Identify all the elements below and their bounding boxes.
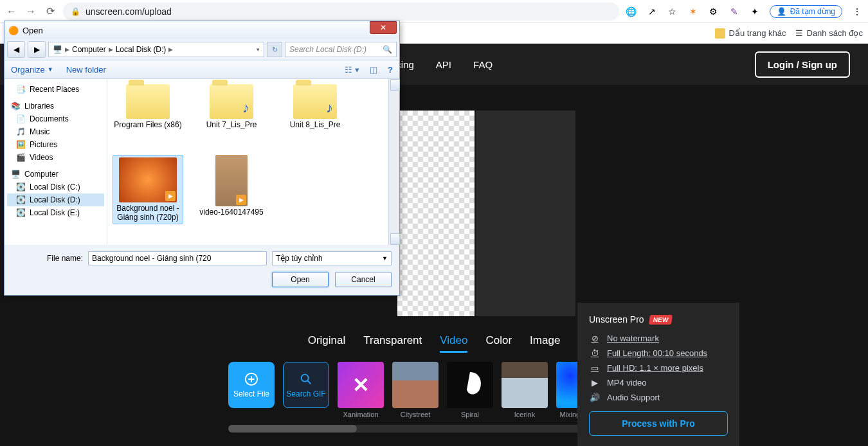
side-recent[interactable]: 📑Recent Places	[7, 83, 104, 96]
organize-menu[interactable]: Organize ▼	[11, 65, 53, 75]
side-drive-c[interactable]: 💽Local Disk (C:)	[7, 181, 104, 193]
tab-video[interactable]: Video	[440, 334, 467, 353]
select-file-button[interactable]: Select File	[228, 362, 275, 408]
other-bookmarks[interactable]: Dấu trang khác	[715, 28, 786, 39]
file-unit8[interactable]: Unit 8_Lis_Pre	[280, 84, 350, 129]
dialog-footer: File name: Tệp tùy chỉnh▼ Open Cancel	[5, 245, 399, 295]
forward-button[interactable]: →	[24, 5, 37, 18]
hd-icon: ▭	[589, 363, 601, 373]
translate-icon[interactable]: 🌐	[626, 6, 637, 17]
tab-transparent[interactable]: Transparent	[363, 334, 422, 353]
ext-icon-3[interactable]: ✎	[728, 6, 740, 17]
computer-icon: 🖥️	[53, 45, 62, 54]
file-program-files[interactable]: Program Files (x86)	[113, 84, 183, 129]
dialog-titlebar[interactable]: 🟠 Open ✕	[5, 21, 399, 39]
thumb-spiral	[447, 362, 493, 408]
side-libraries-header[interactable]: 📚Libraries	[7, 100, 104, 112]
search-icon: 🔍	[383, 45, 392, 54]
folder-icon	[126, 84, 170, 119]
folder-icon	[293, 84, 337, 119]
open-button[interactable]: Open	[272, 272, 329, 287]
nav-back-button[interactable]: ◀	[7, 41, 25, 58]
preview-pane-button[interactable]: ◫	[370, 65, 377, 75]
cancel-button[interactable]: Cancel	[335, 272, 392, 287]
tab-color[interactable]: Color	[485, 334, 512, 353]
view-options-button[interactable]: ☷ ▾	[345, 65, 359, 75]
dialog-toolbar: Organize ▼ New folder ☷ ▾ ◫ ?	[5, 60, 399, 79]
file-background-noel[interactable]: ▶ Background noel - Giáng sinh (720p)	[113, 155, 183, 224]
close-button[interactable]: ✕	[370, 21, 397, 34]
ext-icon-1[interactable]: ✶	[687, 6, 699, 17]
menu-icon[interactable]: ⋮	[851, 6, 863, 17]
help-button[interactable]: ?	[388, 65, 393, 75]
side-music[interactable]: 🎵Music	[7, 125, 104, 138]
new-badge: NEW	[649, 315, 673, 325]
side-drive-d[interactable]: 💽Local Disk (D:)	[7, 193, 104, 206]
file-open-dialog: 🟠 Open ✕ ◀ ▶ 🖥️ ▶ Computer ▶ Local Disk …	[4, 21, 400, 296]
lock-icon: 🔒	[71, 7, 80, 16]
login-button[interactable]: Login / Sign up	[755, 51, 850, 78]
gallery-item-xanimation[interactable]: ✕ Xanimation	[338, 362, 384, 418]
side-pictures[interactable]: 🖼️Pictures	[7, 138, 104, 151]
nav-faq[interactable]: FAQ	[473, 59, 493, 70]
address-bar[interactable]: 🔒 unscreen.com/upload	[63, 3, 619, 21]
file-type-select[interactable]: Tệp tùy chỉnh▼	[272, 251, 392, 265]
bg-tabs: Original Transparent Video Color Image	[308, 334, 561, 353]
pro-feature-mp4: ▶MP4 video	[589, 378, 728, 388]
extensions-icon[interactable]: ✦	[749, 6, 761, 17]
plus-circle-icon	[244, 372, 258, 386]
play-icon: ▶	[236, 195, 246, 205]
refresh-button[interactable]: ↻	[267, 42, 282, 57]
url-text: unscreen.com/upload	[86, 6, 172, 17]
thumb-icerink	[502, 362, 548, 408]
star-icon[interactable]: ☆	[667, 6, 678, 17]
list-icon: ☰	[795, 28, 803, 38]
extension-tray: 🌐 ↗ ☆ ✶ ⚙ ✎ ✦ 👤 Đã tạm dừng ⋮	[626, 5, 863, 18]
gallery-item-icerink[interactable]: Icerink	[502, 362, 548, 418]
pro-panel: Unscreen Pro NEW ⊘No watermark ⏱Full Len…	[577, 303, 739, 446]
side-documents[interactable]: 📄Documents	[7, 112, 104, 125]
thumb-xanimation: ✕	[338, 362, 384, 408]
site-nav: ricing API FAQ	[391, 59, 493, 70]
side-computer-header[interactable]: 🖥️Computer	[7, 168, 104, 181]
video-icon: ▶	[589, 378, 601, 388]
dialog-nav: ◀ ▶ 🖥️ ▶ Computer ▶ Local Disk (D:) ▶ ▾ …	[5, 39, 399, 60]
profile-paused-pill[interactable]: 👤 Đã tạm dừng	[770, 5, 842, 18]
share-icon[interactable]: ↗	[646, 6, 658, 17]
audio-icon: 🔊	[589, 393, 601, 402]
app-icon: 🟠	[8, 26, 19, 35]
tab-image[interactable]: Image	[530, 334, 560, 353]
back-button[interactable]: ←	[5, 5, 18, 18]
breadcrumb[interactable]: 🖥️ ▶ Computer ▶ Local Disk (D:) ▶ ▾	[48, 42, 264, 57]
new-folder-button[interactable]: New folder	[66, 65, 106, 75]
reading-list[interactable]: ☰Danh sách đọc	[795, 28, 863, 39]
clock-icon: ⏱	[589, 348, 601, 358]
search-icon	[299, 372, 313, 386]
filename-input[interactable]	[88, 251, 267, 265]
nowatermark-icon: ⊘	[589, 334, 601, 343]
reload-button[interactable]: ⟳	[44, 5, 57, 18]
pro-feature-length[interactable]: ⏱Full Length: 00:10 seconds	[589, 348, 728, 358]
select-file-label: Select File	[233, 389, 269, 398]
search-gif-button[interactable]: Search GIF	[283, 362, 329, 408]
dialog-title: Open	[23, 26, 43, 35]
dialog-search-input[interactable]: Search Local Disk (D:) 🔍	[285, 42, 397, 57]
file-video-164[interactable]: ▶ video-1640147495	[196, 155, 267, 224]
play-icon: ▶	[165, 191, 176, 201]
pro-feature-audio: 🔊Audio Support	[589, 393, 728, 402]
side-drive-e[interactable]: 💽Local Disk (E:)	[7, 206, 104, 219]
gallery-item-citystreet[interactable]: Citystreet	[392, 362, 439, 418]
pro-feature-hd[interactable]: ▭Full HD: 1.1 × more pixels	[589, 363, 728, 373]
tab-original[interactable]: Original	[308, 334, 346, 353]
side-videos[interactable]: 🎬Videos	[7, 151, 104, 164]
file-unit7[interactable]: Unit 7_Lis_Pre	[196, 84, 267, 129]
pro-feature-watermark[interactable]: ⊘No watermark	[589, 334, 728, 343]
nav-forward-button[interactable]: ▶	[28, 41, 46, 58]
search-gif-label: Search GIF	[286, 389, 325, 398]
process-pro-button[interactable]: Process with Pro	[589, 411, 728, 436]
gallery-item-spiral[interactable]: Spiral	[447, 362, 493, 418]
dialog-sidebar: 📑Recent Places 📚Libraries 📄Documents 🎵Mu…	[5, 79, 107, 245]
nav-api[interactable]: API	[436, 59, 451, 70]
ext-icon-2[interactable]: ⚙	[708, 6, 719, 17]
file-list-scrollbar[interactable]	[388, 79, 399, 245]
